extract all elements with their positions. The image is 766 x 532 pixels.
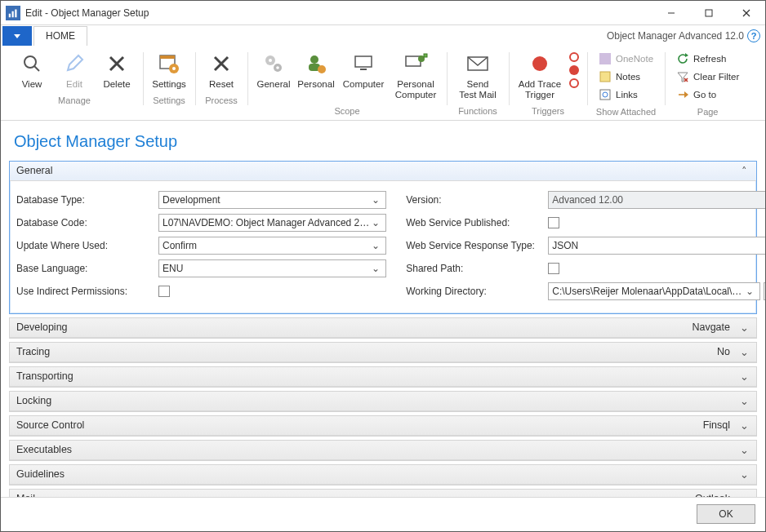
panel-header[interactable]: MailOutlook⌄ — [10, 490, 756, 497]
clear-filter-icon — [676, 70, 689, 83]
pencil-icon — [61, 51, 87, 77]
label-web-published: Web Service Published: — [406, 217, 548, 228]
scope-computer-button[interactable]: Computer — [337, 49, 390, 93]
chevron-down-icon: ⌄ — [738, 370, 750, 383]
combo-update-where-used[interactable]: Confirm⌄ — [158, 237, 386, 255]
panel-summary-value: Finsql — [703, 419, 738, 431]
user-gear-icon — [303, 51, 329, 77]
svg-marker-7 — [14, 34, 20, 38]
scope-general-button[interactable]: General — [252, 49, 295, 93]
label-shared-path: Shared Path: — [406, 263, 548, 274]
svg-point-22 — [276, 66, 279, 69]
chevron-down-icon: ⌄ — [369, 240, 382, 251]
svg-rect-34 — [600, 72, 610, 82]
panel-header[interactable]: Locking⌄ — [10, 392, 756, 411]
label-database-type: Database Type: — [16, 194, 158, 206]
browse-button[interactable]: … — [764, 282, 765, 300]
brand-label: Object Manager Advanced 12.0 — [607, 30, 744, 42]
svg-point-8 — [24, 56, 36, 68]
combo-database-type[interactable]: Development⌄ — [158, 191, 386, 209]
svg-rect-2 — [15, 9, 16, 17]
minimize-button[interactable] — [652, 1, 690, 25]
scope-personal-computer-button[interactable]: Personal Computer — [390, 49, 442, 104]
refresh-button[interactable]: Refresh — [673, 51, 742, 67]
onenote-icon — [599, 52, 612, 65]
tab-home-label: HOME — [46, 30, 75, 42]
magnifier-icon — [19, 51, 45, 77]
svg-rect-1 — [12, 11, 14, 17]
combo-working-dir[interactable]: C:\Users\Reijer Molenaar\AppData\Local\…… — [548, 282, 760, 300]
delete-button[interactable]: Delete — [96, 49, 138, 93]
combo-database-code[interactable]: L07\NAVDEMO: Object Manager Advanced 2…⌄ — [158, 214, 386, 232]
clear-filter-button[interactable]: Clear Filter — [673, 69, 742, 85]
tab-home[interactable]: HOME — [33, 26, 87, 46]
svg-rect-27 — [360, 69, 367, 70]
notes-button[interactable]: Notes — [595, 69, 657, 85]
panel-header[interactable]: Guidelines⌄ — [10, 465, 756, 485]
checkbox-shared-path[interactable] — [548, 263, 559, 274]
add-trace-trigger-button[interactable]: Add Trace Trigger — [514, 49, 566, 104]
chevron-down-icon: ⌄ — [369, 217, 382, 228]
panel-title: Locking — [16, 395, 51, 406]
ribbon-group-manage: View Edit Delete Manage — [6, 49, 143, 120]
reset-x-icon — [208, 51, 234, 77]
send-test-mail-button[interactable]: Send Test Mail — [452, 49, 504, 104]
maximize-button[interactable] — [690, 1, 728, 25]
combo-web-response[interactable]: JSON⌄ — [548, 237, 765, 255]
label-update-where-used: Update Where Used: — [16, 240, 158, 251]
page-body: Object Manager Setup General ˄ Database … — [1, 121, 765, 497]
panel-title: Tracing — [16, 346, 50, 357]
panel-source-control: Source ControlFinsql⌄ — [9, 415, 757, 437]
links-button[interactable]: Links — [595, 86, 657, 103]
panel-summary-value: No — [717, 346, 738, 357]
links-icon — [599, 88, 612, 101]
go-to-button[interactable]: Go to — [673, 86, 742, 103]
chevron-down-icon: ⌄ — [738, 321, 750, 334]
file-menu-button[interactable] — [2, 26, 32, 46]
chevron-up-icon: ˄ — [738, 165, 750, 177]
chevron-down-icon: ⌄ — [738, 444, 750, 456]
ribbon-group-scope: General Personal Computer Personal Compu… — [247, 49, 447, 120]
svg-point-25 — [318, 65, 326, 73]
svg-marker-10 — [68, 55, 82, 70]
svg-rect-0 — [9, 13, 11, 17]
ok-button[interactable]: OK — [697, 504, 755, 524]
onenote-button: OneNote — [595, 51, 657, 67]
panel-general-header[interactable]: General ˄ — [10, 162, 756, 181]
scope-personal-button[interactable]: Personal — [295, 49, 337, 93]
panel-header[interactable]: Source ControlFinsql⌄ — [10, 416, 756, 436]
close-button[interactable] — [728, 1, 765, 25]
svg-rect-14 — [160, 55, 175, 59]
ribbon-group-show-attached: OneNote Notes Links Show Attached — [587, 49, 665, 120]
panel-header[interactable]: Transporting⌄ — [10, 367, 756, 387]
computer-user-icon — [403, 51, 429, 77]
chevron-down-icon: ⌄ — [738, 468, 750, 481]
reset-button[interactable]: Reset — [200, 49, 243, 93]
combo-base-language[interactable]: ENU⌄ — [158, 259, 386, 277]
help-icon[interactable]: ? — [747, 29, 760, 42]
svg-rect-26 — [355, 56, 372, 67]
panel-title: Guidelines — [16, 468, 65, 480]
panel-header[interactable]: Executables⌄ — [10, 441, 756, 460]
svg-rect-4 — [706, 10, 712, 16]
brand-label-area: Object Manager Advanced 12.0 ? — [607, 26, 765, 46]
refresh-icon — [676, 52, 689, 65]
svg-rect-33 — [599, 53, 611, 64]
svg-point-20 — [269, 59, 272, 62]
panel-header[interactable]: DevelopingNavgate⌄ — [10, 318, 756, 338]
go-to-arrow-icon — [676, 88, 689, 101]
panel-header[interactable]: TracingNo⌄ — [10, 343, 756, 362]
settings-button[interactable]: Settings — [148, 49, 190, 93]
svg-marker-37 — [685, 53, 688, 57]
checkbox-web-published[interactable] — [548, 217, 559, 228]
panel-locking: Locking⌄ — [9, 391, 757, 412]
svg-point-36 — [603, 92, 608, 97]
panel-transporting: Transporting⌄ — [9, 366, 757, 388]
checkbox-use-indirect[interactable] — [158, 286, 170, 297]
envelope-icon — [465, 51, 491, 77]
view-button[interactable]: View — [11, 49, 53, 93]
panel-tracing: TracingNo⌄ — [9, 342, 757, 363]
panel-title: Developing — [16, 321, 68, 333]
ribbon-group-functions: Send Test Mail Functions — [447, 49, 509, 120]
calendar-gear-icon — [156, 51, 182, 77]
